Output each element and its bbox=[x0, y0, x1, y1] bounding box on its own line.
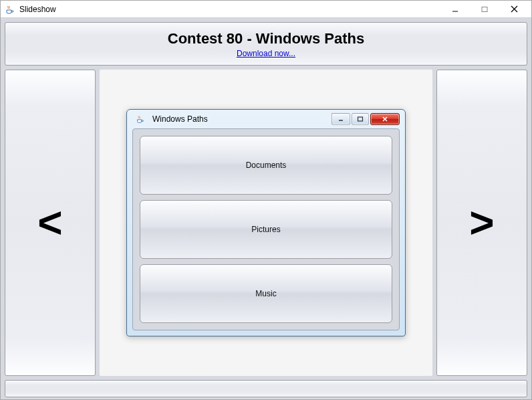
java-icon bbox=[5, 4, 15, 15]
documents-button: Documents bbox=[140, 136, 392, 195]
inner-maximize-button bbox=[352, 113, 369, 125]
app-window: Slideshow Contest 80 - Windows Paths Dow… bbox=[0, 0, 532, 400]
slide-viewport: Windows Paths bbox=[100, 70, 432, 376]
download-link[interactable]: Download now... bbox=[237, 49, 295, 58]
slide-inner-title: Windows Paths bbox=[152, 114, 331, 124]
maximize-button[interactable] bbox=[470, 2, 499, 17]
svg-rect-1 bbox=[482, 7, 487, 11]
page-title: Contest 80 - Windows Paths bbox=[168, 30, 364, 47]
chevron-left-icon: < bbox=[37, 198, 62, 247]
java-icon bbox=[135, 114, 146, 124]
window-title: Slideshow bbox=[19, 5, 440, 14]
inner-close-button bbox=[370, 113, 400, 125]
prev-button[interactable]: < bbox=[5, 70, 96, 376]
footer-panel bbox=[5, 380, 527, 397]
close-button[interactable] bbox=[499, 2, 529, 17]
slideshow-row: < Windows Paths bbox=[5, 70, 527, 376]
inner-minimize-button bbox=[331, 113, 350, 125]
music-button: Music bbox=[140, 264, 392, 323]
slide-inner-window: Windows Paths bbox=[126, 109, 406, 336]
minimize-button[interactable] bbox=[440, 2, 470, 17]
next-button[interactable]: > bbox=[436, 70, 527, 376]
content-area: Contest 80 - Windows Paths Download now.… bbox=[1, 18, 531, 399]
svg-rect-5 bbox=[358, 117, 363, 121]
chevron-right-icon: > bbox=[469, 198, 494, 247]
slide-inner-controls bbox=[331, 113, 400, 125]
slide-inner-body: Documents Pictures Music bbox=[132, 128, 400, 330]
window-controls bbox=[440, 2, 529, 17]
slide-inner-titlebar: Windows Paths bbox=[132, 110, 400, 128]
pictures-button: Pictures bbox=[140, 200, 392, 259]
window-titlebar: Slideshow bbox=[1, 1, 531, 18]
header-panel: Contest 80 - Windows Paths Download now.… bbox=[5, 22, 527, 66]
